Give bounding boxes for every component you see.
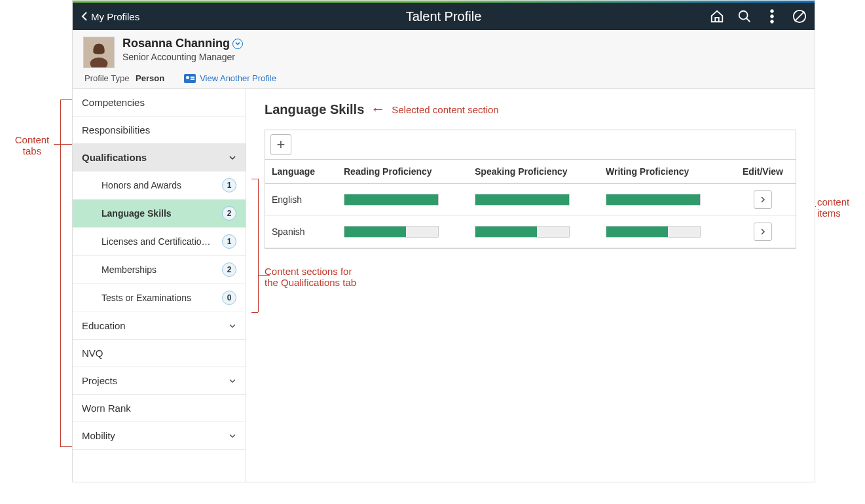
- tab-education[interactable]: Education: [73, 312, 246, 340]
- tab-label: Worn Rank: [82, 403, 131, 414]
- tab-label: NVQ: [82, 348, 103, 359]
- view-another-profile-link[interactable]: View Another Profile: [184, 73, 276, 83]
- tab-label: Competencies: [82, 97, 145, 108]
- svg-line-6: [795, 12, 805, 22]
- callout-content-tabs: Content tabs: [9, 134, 55, 156]
- svg-point-4: [771, 20, 774, 24]
- writing-proficiency-bar: [606, 226, 701, 238]
- person-job-title: Senior Accounting Manager: [122, 52, 243, 62]
- section-tests[interactable]: Tests or Examinations 0: [73, 284, 246, 312]
- col-header-reading: Reading Proficiency: [344, 166, 475, 177]
- profile-header: Rosanna Channing Senior Accounting Manag…: [73, 30, 815, 89]
- tab-label: Mobility: [82, 430, 115, 441]
- cell-language: English: [272, 194, 344, 205]
- tab-nvq[interactable]: NVQ: [73, 340, 246, 367]
- reading-proficiency-bar: [344, 194, 439, 206]
- col-header-writing: Writing Proficiency: [606, 166, 737, 177]
- col-header-editview: Edit/View: [737, 166, 789, 177]
- svg-line-1: [746, 18, 750, 22]
- cell-language: Spanish: [272, 226, 344, 237]
- tab-qualifications[interactable]: Qualifications: [73, 144, 246, 171]
- table-row: Spanish: [265, 216, 796, 248]
- callout-line: [60, 446, 72, 447]
- callout-line: [251, 312, 258, 313]
- arrow-left-icon: ←: [371, 101, 385, 118]
- callout-line: [258, 179, 259, 312]
- section-licenses[interactable]: Licenses and Certificatio… 1: [73, 228, 246, 256]
- tab-label: Qualifications: [82, 152, 147, 163]
- col-header-speaking: Speaking Proficiency: [475, 166, 606, 177]
- section-label: Memberships: [101, 264, 156, 275]
- callout-sections-for-tab: Content sections for the Qualifications …: [265, 266, 796, 288]
- main-panel: Language Skills ← Selected content secti…: [246, 89, 815, 482]
- content-tabs-sidebar: Competencies Responsibilities Qualificat…: [73, 89, 246, 482]
- search-icon[interactable]: [737, 9, 752, 24]
- callout-line: [258, 275, 270, 276]
- page-title: Talent Profile: [406, 9, 482, 24]
- tab-label: Responsibilities: [82, 124, 150, 135]
- back-label: My Profiles: [91, 11, 139, 22]
- chevron-down-icon: [229, 155, 236, 160]
- section-heading: Language Skills: [265, 102, 364, 117]
- profile-type-label: Profile Type: [84, 73, 129, 83]
- callout-line: [60, 99, 72, 100]
- person-name: Rosanna Channing: [122, 37, 230, 50]
- count-badge: 1: [222, 178, 236, 192]
- callout-selected-section: Selected content section: [392, 104, 498, 115]
- avatar: [83, 37, 115, 68]
- count-badge: 2: [222, 262, 236, 277]
- id-card-icon: [184, 74, 196, 83]
- callout-content-items: content items: [817, 196, 849, 219]
- chevron-down-icon: [229, 323, 236, 329]
- tab-worn-rank[interactable]: Worn Rank: [73, 395, 246, 422]
- language-skills-grid: + Language Reading Proficiency Speaking …: [265, 130, 796, 249]
- svg-point-2: [771, 10, 774, 13]
- section-honors-and-awards[interactable]: Honors and Awards 1: [73, 171, 246, 200]
- edit-view-button[interactable]: [754, 190, 772, 209]
- section-memberships[interactable]: Memberships 2: [73, 256, 246, 284]
- tab-competencies[interactable]: Competencies: [73, 89, 246, 117]
- tab-projects[interactable]: Projects: [73, 367, 246, 395]
- edit-view-button[interactable]: [754, 223, 772, 241]
- col-header-language: Language: [272, 166, 344, 177]
- svg-point-0: [739, 11, 748, 20]
- count-badge: 2: [222, 206, 236, 221]
- speaking-proficiency-bar: [475, 194, 570, 206]
- back-button[interactable]: My Profiles: [81, 11, 139, 22]
- count-badge: 1: [222, 234, 236, 249]
- speaking-proficiency-bar: [475, 226, 570, 238]
- compass-icon[interactable]: [792, 9, 807, 24]
- reading-proficiency-bar: [344, 226, 439, 238]
- grid-header-row: Language Reading Proficiency Speaking Pr…: [265, 160, 796, 184]
- section-label: Honors and Awards: [101, 180, 181, 190]
- tab-label: Projects: [82, 375, 117, 386]
- chevron-left-icon: [81, 11, 88, 22]
- more-icon[interactable]: [765, 9, 779, 24]
- home-icon[interactable]: [710, 9, 724, 24]
- chevron-down-icon: [229, 433, 236, 439]
- view-another-profile-label: View Another Profile: [200, 73, 276, 83]
- profile-type-value: Person: [136, 73, 164, 83]
- callout-line: [54, 144, 72, 145]
- chevron-down-icon: [229, 378, 236, 384]
- section-label: Language Skills: [101, 208, 172, 219]
- top-bar: My Profiles Talent Profile: [73, 3, 815, 30]
- callout-line: [60, 99, 61, 446]
- count-badge: 0: [222, 291, 236, 305]
- tab-responsibilities[interactable]: Responsibilities: [73, 117, 246, 144]
- callout-line: [251, 179, 258, 179]
- related-actions-button[interactable]: [232, 39, 243, 49]
- writing-proficiency-bar: [606, 194, 701, 206]
- section-label: Tests or Examinations: [101, 293, 191, 303]
- add-button[interactable]: +: [270, 134, 291, 155]
- tab-mobility[interactable]: Mobility: [73, 422, 246, 450]
- svg-point-3: [771, 15, 774, 18]
- tab-label: Education: [82, 320, 126, 331]
- section-label: Licenses and Certificatio…: [101, 236, 211, 247]
- table-row: English: [265, 184, 796, 216]
- section-language-skills[interactable]: Language Skills 2: [73, 200, 246, 228]
